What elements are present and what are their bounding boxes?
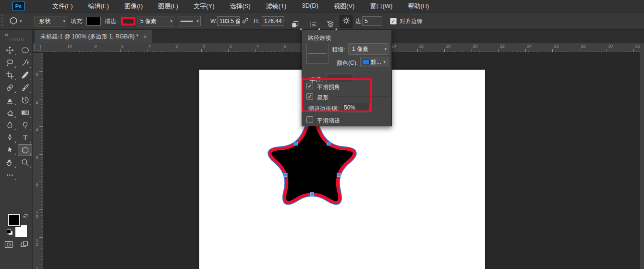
brush-tool[interactable] (18, 82, 32, 94)
spot-healing-brush-tool[interactable] (2, 82, 17, 94)
default-colors-icon[interactable] (7, 229, 13, 237)
menu-item-2[interactable]: 图像(I) (117, 0, 150, 12)
dodge-tool[interactable] (18, 119, 32, 131)
type-tool-icon: T (21, 134, 29, 142)
close-icon[interactable]: × (143, 33, 147, 40)
elliptical-marquee-tool[interactable] (18, 44, 32, 56)
stroke-width-value: 5 像素 (140, 17, 157, 25)
history-brush-tool[interactable] (18, 94, 32, 106)
tools-panel: « T (0, 30, 33, 269)
fill-label: 填充: (71, 12, 84, 30)
align-edges-checkbox[interactable]: ✓ (390, 12, 397, 30)
red-highlight-rectangle (302, 78, 372, 112)
zoom-tool[interactable] (18, 157, 32, 169)
color-swatch-blue (363, 60, 370, 64)
chevron-down-icon: ▾ (382, 44, 387, 54)
stroke-style-select[interactable]: ▾ (178, 12, 201, 30)
menu-item-8[interactable]: 视图(V) (326, 0, 362, 12)
eraser-tool-icon (6, 109, 14, 117)
check-icon: ✓ (391, 18, 395, 24)
foreground-color-swatch[interactable] (8, 214, 20, 226)
path-preview-box (306, 43, 328, 64)
path-operations-button[interactable] (291, 12, 302, 30)
edit-toolbar[interactable] (2, 169, 17, 181)
separator (288, 15, 288, 27)
screen-mode-icon (20, 242, 29, 250)
path-selection-tool-icon (6, 146, 14, 154)
fill-swatch[interactable] (86, 12, 101, 30)
lasso-tool[interactable] (2, 57, 17, 69)
tool-mode-select[interactable]: 形状 ▾ (35, 12, 67, 30)
panel-grip[interactable] (8, 38, 25, 41)
polygon-shape-tool[interactable] (18, 144, 32, 156)
link-dimensions-icon[interactable] (242, 12, 249, 30)
menu-item-1[interactable]: 编辑(E) (81, 0, 117, 12)
elliptical-marquee-tool-icon (21, 46, 29, 54)
swap-colors-icon[interactable] (23, 213, 29, 221)
panel-title: 路径选项 (308, 34, 331, 42)
tool-mode-value: 形状 (39, 17, 50, 25)
type-tool[interactable]: T (18, 132, 32, 144)
logo-text: Ps (15, 3, 22, 9)
separator (30, 15, 30, 27)
menu-item-6[interactable]: 滤镜(T) (258, 0, 294, 12)
edit-toolbar-icon (6, 171, 14, 179)
screen-mode-button[interactable] (20, 240, 29, 251)
gradient-tool[interactable] (18, 107, 32, 119)
stroke-swatch[interactable] (121, 12, 135, 30)
path-selection-tool[interactable] (2, 144, 17, 156)
separator (207, 15, 207, 27)
ruler-origin-icon[interactable] (34, 45, 41, 50)
menu-item-7[interactable]: 3D(D) (294, 0, 326, 12)
pen-tool-icon (6, 134, 14, 142)
thickness-select[interactable]: 1 像素 ▾ (348, 43, 389, 55)
dodge-tool-icon (21, 121, 29, 129)
magic-wand-tool[interactable] (18, 57, 32, 69)
clone-stamp-tool[interactable] (2, 94, 17, 106)
options-bar-grip[interactable] (1, 15, 3, 27)
menu-item-9[interactable]: 窗口(W) (362, 0, 400, 12)
shape-options-gear-button[interactable] (340, 15, 352, 28)
eraser-tool[interactable] (2, 107, 17, 119)
hruler-label: 16 (419, 44, 424, 49)
menu-item-0[interactable]: 文件(F) (45, 0, 81, 12)
vruler-label: 4 (34, 128, 40, 132)
quick-mask-button[interactable] (4, 240, 13, 251)
menu-item-10[interactable]: 帮助(H) (400, 0, 437, 12)
menu-item-3[interactable]: 图层(L) (150, 0, 186, 12)
hruler-label: 28 (581, 44, 586, 49)
move-tool[interactable] (2, 44, 17, 56)
vruler-label: 14 (34, 266, 40, 269)
hand-tool[interactable] (2, 157, 17, 169)
stroke-color-red (121, 17, 135, 25)
photoshop-window: Ps 文件(F)编辑(E)图像(I)图层(L)文字(Y)选择(S)滤镜(T)3D… (0, 0, 644, 269)
collapse-panel-button[interactable]: « (5, 31, 8, 38)
hruler-label: 14 (392, 44, 397, 49)
path-alignment-button[interactable] (309, 12, 320, 30)
background-color-swatch[interactable] (15, 225, 27, 237)
stroke-width-select[interactable]: 5 像素 ▾ (137, 12, 174, 30)
magic-wand-tool-icon (21, 59, 29, 67)
document-tab[interactable]: 未标题-1 @ 100% (多边形 1, RGB/8) * × (35, 30, 152, 43)
blur-tool[interactable] (2, 119, 17, 131)
hruler-label: 30 (608, 44, 613, 49)
smooth-indents-checkbox[interactable]: ✓ (306, 116, 313, 123)
thickness-label: 粗细: (332, 46, 345, 54)
menu-item-5[interactable]: 选择(S) (222, 0, 258, 12)
hruler-label: 6 (283, 44, 286, 49)
hruler-label: 2 (230, 44, 232, 49)
crop-tool[interactable] (2, 69, 17, 81)
height-input[interactable]: 176.44 像 (262, 12, 284, 30)
width-input[interactable]: 183.5 像 (217, 12, 240, 30)
tool-preset-picker[interactable]: ▾ (9, 12, 24, 30)
align-edges-label: 对齐边缘 (400, 12, 423, 30)
svg-text:T: T (23, 134, 27, 142)
path-preview-line (308, 53, 327, 54)
menu-item-4[interactable]: 文字(Y) (186, 0, 222, 12)
color-select[interactable]: 默... ▾ (360, 57, 389, 67)
eyedropper-tool[interactable] (18, 69, 32, 81)
sides-input[interactable]: 5 (362, 12, 382, 30)
path-arrangement-button[interactable] (327, 12, 337, 30)
quick-mask-icon (4, 242, 13, 250)
pen-tool[interactable] (2, 132, 17, 144)
